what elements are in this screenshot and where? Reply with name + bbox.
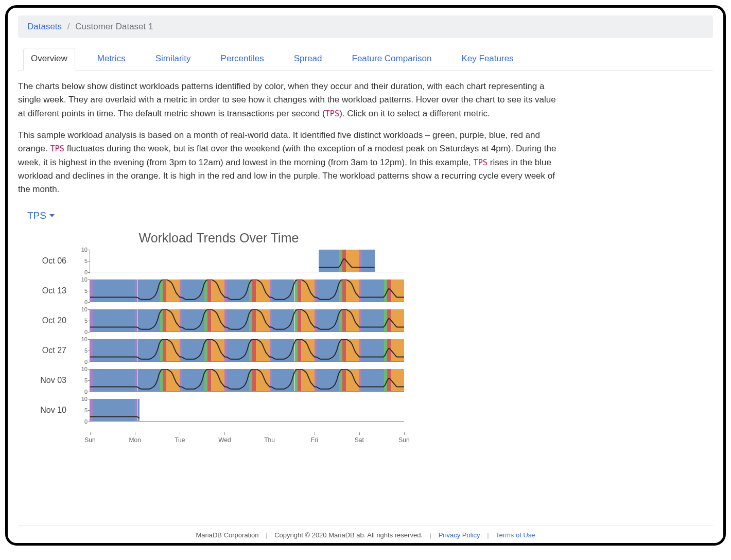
- workload-segment-blue: [93, 309, 135, 331]
- chart-plot[interactable]: [90, 250, 404, 272]
- x-tick-label: Tue: [175, 436, 185, 444]
- y-axis: 0510: [75, 250, 90, 272]
- workload-segment-red: [298, 279, 301, 302]
- tab-overview[interactable]: Overview: [23, 48, 75, 71]
- x-tick-label: Wed: [218, 436, 231, 444]
- tab-key-features[interactable]: Key Features: [454, 48, 521, 71]
- workload-segment-red: [163, 279, 166, 302]
- chart-row-label: Oct 27: [23, 346, 75, 355]
- x-tick-label: Sun: [84, 436, 95, 444]
- chart-row-label: Oct 06: [23, 256, 75, 266]
- workload-segment-red: [387, 279, 391, 302]
- metric-dropdown[interactable]: TPS: [27, 210, 713, 221]
- workload-charts: Oct 060510Oct 130510Oct 200510Oct 270510…: [23, 250, 713, 459]
- x-tick-label: Sat: [355, 436, 364, 444]
- workload-segment-orange: [166, 279, 180, 302]
- workload-segment-blue: [227, 369, 250, 391]
- chart-plot[interactable]: [90, 279, 404, 302]
- tab-metrics[interactable]: Metrics: [90, 48, 133, 71]
- workload-segment-blue: [272, 339, 294, 361]
- workload-segment-red: [207, 309, 211, 331]
- tps-code: TPS: [50, 144, 64, 153]
- workload-segment-red: [163, 309, 166, 331]
- workload-segment-blue: [182, 339, 205, 361]
- workload-segment-blue: [227, 279, 250, 302]
- workload-segment-red: [252, 309, 256, 331]
- workload-segment-orange: [391, 309, 404, 331]
- workload-segment-orange: [256, 309, 269, 331]
- workload-segment-orange: [346, 250, 359, 272]
- workload-segment-red: [387, 339, 391, 361]
- workload-segment-red: [163, 369, 166, 391]
- workload-segment-blue: [137, 369, 160, 391]
- tps-code: TPS: [325, 109, 340, 118]
- workload-segment-blue: [317, 339, 339, 361]
- workload-segment-red: [342, 250, 346, 272]
- workload-segment-blue: [93, 399, 135, 421]
- workload-segment-blue: [93, 369, 135, 391]
- workload-segment-blue: [272, 279, 294, 302]
- overview-description: The charts below show distinct workloads…: [18, 80, 564, 205]
- workload-segment-blue: [317, 279, 339, 302]
- workload-segment-orange: [346, 309, 359, 331]
- workload-segment-blue: [137, 279, 160, 302]
- chart-row-label: Nov 03: [23, 376, 75, 385]
- workload-segment-blue: [361, 279, 384, 302]
- workload-segment-orange: [346, 369, 359, 391]
- workload-segment-blue: [227, 339, 250, 361]
- workload-segment-red: [298, 339, 301, 361]
- x-tick-label: Fri: [311, 436, 318, 444]
- breadcrumb-current: Customer Dataset 1: [75, 22, 153, 31]
- breadcrumb-root-link[interactable]: Datasets: [27, 22, 62, 31]
- workload-segment-blue: [317, 309, 339, 331]
- breadcrumb-separator: /: [67, 22, 70, 31]
- workload-segment-orange: [256, 369, 269, 391]
- workload-segment-red: [342, 339, 346, 361]
- tab-feature-comparison[interactable]: Feature Comparison: [344, 48, 440, 71]
- workload-segment-blue: [137, 399, 140, 421]
- tab-similarity[interactable]: Similarity: [148, 48, 199, 71]
- chart-plot[interactable]: [90, 399, 404, 422]
- workload-segment-red: [387, 309, 391, 331]
- chart-row: Nov 100510: [23, 399, 713, 422]
- workload-segment-blue: [272, 309, 294, 331]
- y-axis: 0510: [75, 339, 90, 362]
- page-footer: MariaDB Corporation | Copyright © 2020 M…: [18, 526, 713, 539]
- y-axis: 0510: [75, 399, 90, 422]
- metric-dropdown-label: TPS: [27, 210, 46, 221]
- workload-segment-orange: [391, 369, 404, 391]
- workload-segment-blue: [137, 309, 160, 331]
- tab-percentiles[interactable]: Percentiles: [213, 48, 272, 71]
- workload-segment-red: [207, 369, 211, 391]
- workload-segment-orange: [166, 309, 180, 331]
- workload-segment-red: [252, 339, 256, 361]
- chart-row: Oct 270510: [23, 339, 713, 362]
- footer-privacy-link[interactable]: Privacy Policy: [439, 531, 480, 539]
- y-axis: 0510: [75, 309, 90, 332]
- chart-plot[interactable]: [90, 339, 404, 362]
- workload-segment-blue: [361, 369, 384, 391]
- x-axis: SunMonTueWedThuFriSatSun: [90, 434, 404, 446]
- x-tick-label: Thu: [264, 436, 275, 444]
- y-axis: 0510: [75, 279, 90, 302]
- breadcrumb: Datasets / Customer Dataset 1: [18, 15, 713, 38]
- workload-segment-orange: [391, 339, 404, 361]
- workload-segment-orange: [346, 339, 359, 361]
- workload-segment-red: [342, 369, 346, 391]
- workload-segment-red: [163, 339, 166, 361]
- tps-code: TPS: [473, 158, 488, 167]
- chart-plot[interactable]: [90, 369, 404, 392]
- y-axis: 0510: [75, 369, 90, 392]
- tab-spread[interactable]: Spread: [286, 48, 330, 71]
- workload-segment-blue: [182, 369, 205, 391]
- chart-plot[interactable]: [90, 309, 404, 332]
- workload-segment-blue: [272, 369, 294, 391]
- workload-segment-orange: [166, 369, 180, 391]
- footer-terms-link[interactable]: Terms of Use: [496, 531, 535, 539]
- workload-segment-orange: [301, 279, 315, 302]
- x-tick-label: Sun: [398, 436, 409, 444]
- chart-row-label: Nov 10: [23, 406, 75, 415]
- x-axis-row: SunMonTueWedThuFriSatSun: [23, 429, 713, 451]
- workload-segment-orange: [211, 309, 224, 331]
- x-tick-label: Mon: [129, 436, 141, 444]
